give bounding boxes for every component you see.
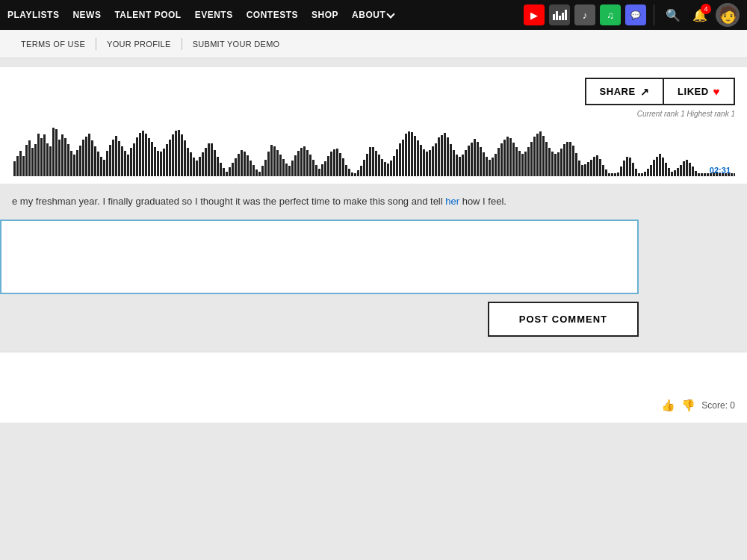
- post-comment-button[interactable]: POST COMMENT: [488, 302, 639, 337]
- music-bars-icon[interactable]: [549, 4, 570, 25]
- description-section: e my freshman year. I finally graduated …: [0, 184, 747, 220]
- score-label: Score: 0: [701, 400, 735, 411]
- notification-badge: 4: [701, 4, 711, 14]
- profile-link[interactable]: YOUR PROFILE: [96, 40, 182, 49]
- description-text-suffix: how I feel.: [459, 196, 506, 207]
- main-content: SHARE ↗ LIKED ♥ Current rank 1 Highest r…: [0, 67, 747, 423]
- comment-textarea[interactable]: [0, 220, 639, 294]
- description-text-prefix: e my freshman year. I finally graduated …: [12, 196, 445, 207]
- comment-card-footer: 👍 👎 Score: 0: [12, 393, 735, 412]
- itunes-icon[interactable]: ♪: [574, 4, 595, 25]
- heart-icon: ♥: [713, 85, 720, 98]
- about-chevron-icon: [387, 10, 395, 18]
- comment-section: POST COMMENT: [0, 220, 747, 352]
- nav-shop[interactable]: SHOP: [311, 10, 338, 20]
- player-controls: SHARE ↗ LIKED ♥: [12, 78, 735, 105]
- discord-icon[interactable]: 💬: [625, 4, 646, 25]
- social-icons: ▶ ♪ ♫ 💬 🔍 🔔 4 🧑: [524, 3, 740, 27]
- submit-demo-link[interactable]: SUBMIT YOUR DEMO: [182, 40, 291, 49]
- comment-card-body: [12, 363, 735, 393]
- nav-contests[interactable]: CONTESTS: [247, 10, 298, 20]
- track-time: 02:31: [710, 166, 731, 175]
- user-avatar[interactable]: 🧑: [716, 3, 740, 27]
- nav-events[interactable]: EVENTS: [195, 10, 233, 20]
- terms-link[interactable]: TERMS OF USE: [10, 40, 96, 49]
- share-arrow-icon: ↗: [640, 86, 650, 98]
- rank-info: Current rank 1 Highest rank 1: [12, 110, 735, 118]
- top-navigation: PLAYLISTS NEWS TALENT POOL EVENTS CONTES…: [0, 0, 747, 30]
- share-button[interactable]: SHARE ↗: [585, 78, 665, 105]
- nav-news[interactable]: NEWS: [72, 10, 101, 20]
- thumbs-up-icon[interactable]: 👍: [661, 399, 675, 412]
- search-button[interactable]: 🔍: [662, 4, 684, 26]
- nav-playlists[interactable]: PLAYLISTS: [7, 10, 59, 20]
- nav-talent-pool[interactable]: TALENT POOL: [114, 10, 181, 20]
- secondary-navigation: TERMS OF USE YOUR PROFILE SUBMIT YOUR DE…: [0, 30, 747, 58]
- youtube-icon[interactable]: ▶: [524, 4, 545, 25]
- notification-bell[interactable]: 🔔 4: [689, 4, 711, 26]
- player-section: SHARE ↗ LIKED ♥ Current rank 1 Highest r…: [0, 67, 747, 184]
- waveform[interactable]: 02:31: [12, 124, 735, 176]
- liked-button[interactable]: LIKED ♥: [663, 78, 735, 105]
- description-highlight-her: her: [445, 196, 459, 207]
- comment-card: 👍 👎 Score: 0: [0, 352, 747, 423]
- nav-divider: [654, 4, 654, 25]
- thumbs-down-icon[interactable]: 👎: [681, 399, 695, 412]
- nav-about[interactable]: ABOUT: [352, 10, 394, 20]
- spotify-icon[interactable]: ♫: [600, 4, 621, 25]
